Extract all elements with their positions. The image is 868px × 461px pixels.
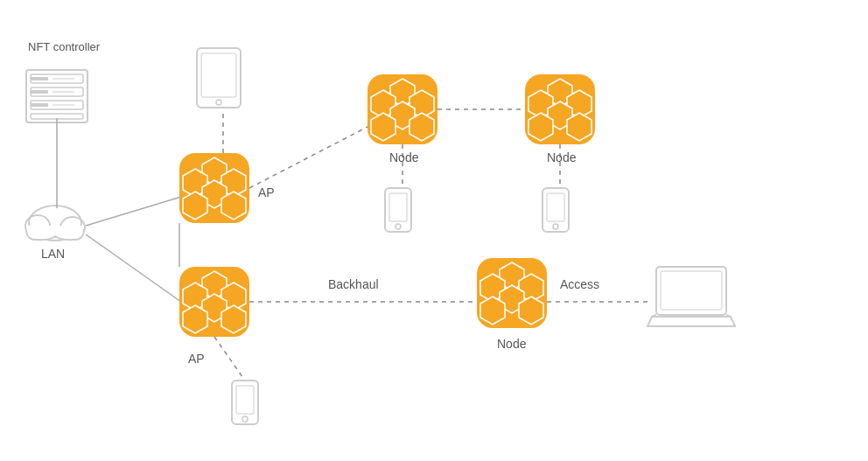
nft-controller-icon <box>26 70 88 122</box>
laptop-icon <box>648 267 735 326</box>
svg-point-23 <box>216 100 221 105</box>
lan-to-ap1-line <box>86 197 181 226</box>
tablet-icon <box>197 48 241 108</box>
node3 <box>477 258 547 328</box>
svg-marker-30 <box>221 192 246 220</box>
ap2-to-phone-bottom-line <box>214 337 245 381</box>
ap1-label: AP <box>258 185 275 199</box>
ap2-node <box>179 267 249 337</box>
lan-icon <box>25 206 85 241</box>
node2-label: Node <box>547 150 577 164</box>
svg-rect-21 <box>197 48 241 108</box>
svg-rect-63 <box>547 193 564 221</box>
svg-marker-44 <box>410 113 434 141</box>
svg-marker-43 <box>371 113 396 141</box>
backhaul-label: Backhaul <box>328 277 379 291</box>
phone-node2 <box>542 188 569 232</box>
node3-label: Node <box>497 337 527 351</box>
ap1-node <box>179 153 249 223</box>
svg-rect-66 <box>236 386 254 414</box>
svg-rect-22 <box>201 53 236 97</box>
node2 <box>525 74 595 144</box>
svg-marker-36 <box>183 305 207 333</box>
svg-rect-10 <box>31 90 48 94</box>
svg-rect-68 <box>656 267 726 315</box>
svg-rect-69 <box>661 271 722 310</box>
svg-point-61 <box>396 224 401 229</box>
ap1-to-node1-line <box>249 127 368 188</box>
svg-marker-29 <box>183 192 207 220</box>
svg-point-67 <box>242 416 248 422</box>
node1 <box>368 74 438 144</box>
svg-marker-50 <box>528 113 553 141</box>
svg-rect-7 <box>31 77 48 80</box>
lan-label: LAN <box>41 247 65 261</box>
svg-rect-60 <box>389 193 407 221</box>
phone-ap2 <box>232 381 258 424</box>
node1-label: Node <box>389 150 419 164</box>
phone-node1 <box>385 188 411 232</box>
svg-marker-58 <box>519 297 543 325</box>
lan-to-ap2-line <box>86 234 181 302</box>
svg-marker-51 <box>567 113 592 141</box>
access-label: Access <box>560 277 599 291</box>
svg-marker-37 <box>221 305 246 333</box>
svg-rect-13 <box>31 103 48 107</box>
nft-controller-label: NFT controller <box>28 40 101 53</box>
svg-point-64 <box>553 224 558 229</box>
network-diagram: NFT controller LAN AP AP Node Node Node … <box>0 0 868 461</box>
ap2-label: AP <box>188 352 205 366</box>
svg-marker-57 <box>480 297 505 325</box>
